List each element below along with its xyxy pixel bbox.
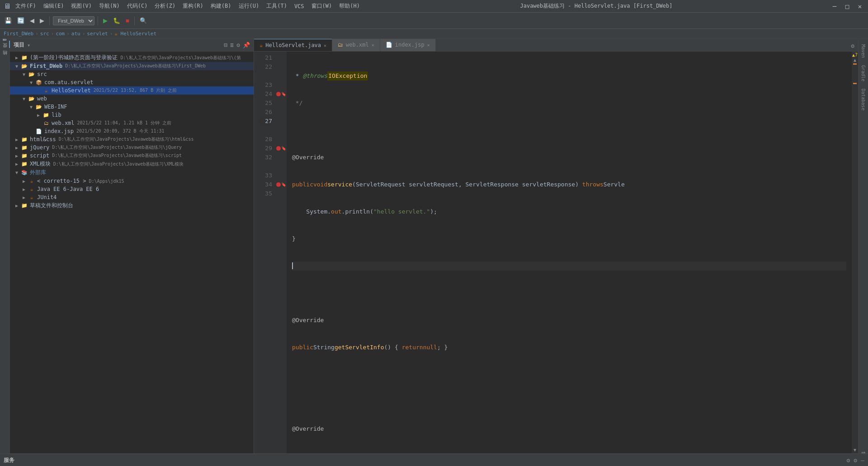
right-tabs-panel: Maven Gradle Database 通知	[858, 39, 868, 453]
tree-item-script[interactable]: ▶ 📁 script D:\私人工作空间\JavaProjects\Javawe…	[10, 152, 254, 160]
sync-button[interactable]: 🔄	[15, 16, 26, 25]
left-tab-project[interactable]: 项目	[0, 41, 10, 48]
bc-root[interactable]: First_DWeb	[4, 31, 33, 37]
right-tab-notifications[interactable]: 通知	[859, 444, 868, 452]
scroll-down[interactable]: ▼	[854, 447, 856, 452]
stop-button[interactable]: ■	[124, 16, 131, 25]
breadcrumb: First_DWeb › src › com › atu › servlet ›…	[0, 29, 868, 39]
app-icon: 🖥	[4, 2, 11, 10]
tree-item-corretto[interactable]: ▶ ☕ < corretto-15 > D:\Apps\jdk15	[10, 177, 254, 185]
bc-src[interactable]: src	[40, 31, 49, 37]
editor-content[interactable]: 21 22 23 24 25 26 27 28 29 32 33 34 35	[254, 52, 858, 453]
code-body[interactable]: * @throws IOException */ @Override publi…	[287, 52, 852, 453]
left-tabs-panel: 项目 提交 结构	[0, 39, 10, 453]
menu-view[interactable]: 视图(V)	[68, 2, 94, 10]
javaee-icon: ☕	[28, 185, 35, 193]
sidebar-collapse-all[interactable]: ⊟	[224, 42, 228, 48]
scroll-up[interactable]: ▲	[854, 57, 856, 62]
tree-item-src[interactable]: ▼ 📂 src	[10, 70, 254, 78]
back-button[interactable]: ◀	[28, 16, 36, 25]
gutter-24[interactable]: 🔖	[276, 90, 286, 99]
code-line-21: * @throws IOException	[292, 71, 846, 81]
menu-refactor[interactable]: 重构(R)	[180, 2, 206, 10]
tree-item-junit4[interactable]: ▶ ☕ JUnit4	[10, 193, 254, 201]
search-everywhere-button[interactable]: 🔍	[138, 16, 149, 25]
menu-help[interactable]: 帮助(H)	[336, 2, 363, 10]
menu-analyze[interactable]: 分析(Z)	[152, 2, 178, 10]
run-button[interactable]: ▶	[101, 16, 109, 25]
code-line-33a	[292, 397, 846, 406]
tree-item-lib[interactable]: ▶ 📁 lib	[10, 111, 254, 119]
code-line-23	[292, 126, 846, 135]
bc-file: ☕ HelloServlet	[114, 31, 156, 37]
tab-java-icon: ☕	[259, 42, 263, 48]
right-tab-maven[interactable]: Maven	[859, 41, 867, 62]
tree-item-root-project1[interactable]: ▶ 📁 (第一阶段)书城静态页面与登录验证 D:\私人工作空间\JavaProj…	[10, 53, 254, 62]
left-tab-structure[interactable]: 结构	[0, 55, 9, 62]
bottom-panel: 服务 ⚙ ⚙ — 执行 信息 ▶ 🐛 ■ 🔄 🔍 + ▼	[0, 453, 868, 466]
tree-item-first-dweb[interactable]: ▼ 📂 First_DWeb D:\私人工作空间\JavaProjects\Ja…	[10, 62, 254, 70]
menu-file[interactable]: 文件(F)	[13, 2, 39, 10]
debug-button[interactable]: 🐛	[111, 16, 122, 25]
code-line-24: public void service(ServletRequest servl…	[292, 180, 846, 189]
gutter-29[interactable]: 🔖	[276, 144, 286, 153]
tab-webxml-close[interactable]: ✕	[372, 43, 374, 48]
tree-item-web[interactable]: ▼ 📂 web	[10, 95, 254, 103]
tab-helloservlet-close[interactable]: ✕	[324, 43, 326, 48]
bc-atu[interactable]: atu	[71, 31, 80, 37]
junit-icon: ☕	[28, 194, 35, 201]
tab-indexjsp-close[interactable]: ✕	[427, 43, 430, 48]
bottom-panel-gear[interactable]: ⚙	[854, 457, 857, 464]
tree-item-webxml[interactable]: 🗂 web.xml 2021/5/22 11:04, 1.21 kB 1 分钟 …	[10, 119, 254, 127]
minimize-button[interactable]: ─	[830, 3, 839, 10]
menu-tools[interactable]: 工具(T)	[264, 2, 290, 10]
sidebar-more[interactable]: ⚙	[236, 42, 240, 48]
tree-item-com-atu-servlet[interactable]: ▼ 📦 com.atu.servlet	[10, 78, 254, 86]
menu-window[interactable]: 窗口(W)	[309, 2, 335, 10]
tab-webxml[interactable]: 🗂 web.xml ✕	[332, 39, 380, 51]
bottom-panel-header: 服务 ⚙ ⚙ —	[0, 454, 868, 466]
gutter-34[interactable]: 🔖	[276, 180, 286, 189]
sidebar-settings[interactable]: ≡	[230, 42, 234, 48]
jdk-icon: ☕	[28, 177, 35, 185]
editor-tab-bar: ☕ HelloServlet.java ✕ 🗂 web.xml ✕ 📄 inde…	[254, 39, 858, 52]
tab-helloservlet[interactable]: ☕ HelloServlet.java ✕	[254, 39, 332, 51]
save-button[interactable]: 💾	[3, 16, 14, 25]
tree-item-webinf[interactable]: ▼ 📂 WEB-INF	[10, 103, 254, 111]
menu-code[interactable]: 代码(C)	[124, 2, 151, 10]
gutter-scroll-area	[853, 62, 857, 447]
editor-area: ☕ HelloServlet.java ✕ 🗂 web.xml ✕ 📄 inde…	[254, 39, 858, 453]
tree-item-scratch[interactable]: ▶ 📁 草稿文件和控制台	[10, 201, 254, 210]
tab-indexjsp[interactable]: 📄 index.jsp ✕	[380, 39, 436, 51]
tree-item-helloservlet[interactable]: ☕ HelloServlet 2021/5/22 13:52, 867 B 片刻…	[10, 86, 254, 95]
close-button[interactable]: ✕	[855, 3, 864, 10]
project-selector[interactable]: First_DWeb	[53, 16, 94, 25]
tree-item-jquery[interactable]: ▶ 📁 jQuery D:\私人工作空间\JavaProjects\Javawe…	[10, 143, 254, 152]
sidebar-dropdown[interactable]: ▾	[27, 42, 30, 48]
bc-com[interactable]: com	[56, 31, 65, 37]
bc-servlet[interactable]: servlet	[87, 31, 108, 37]
sidebar-pin[interactable]: 📌	[243, 42, 250, 48]
editor-settings-icon[interactable]: ⚙	[847, 41, 858, 51]
tree-item-javaee[interactable]: ▶ ☕ Java EE 6-Java EE 6	[10, 185, 254, 193]
xml-file-icon: 🗂	[42, 119, 50, 127]
maximize-button[interactable]: □	[843, 3, 852, 10]
menu-nav[interactable]: 导航(N)	[96, 2, 123, 10]
bottom-panel-minimize[interactable]: —	[861, 457, 864, 464]
tree-item-xmlmodule[interactable]: ▶ 📁 XML模块 D:\私人工作空间\JavaProjects\Javaweb…	[10, 160, 254, 168]
right-tab-database[interactable]: Database	[859, 85, 867, 114]
tree-item-indexjsp[interactable]: 📄 index.jsp 2021/5/20 20:09, 372 B 今天 11…	[10, 127, 254, 135]
bottom-panel-settings[interactable]: ⚙	[847, 457, 850, 464]
menu-run[interactable]: 运行(U)	[236, 2, 262, 10]
bookmark-29: 🔖	[281, 144, 286, 153]
forward-button[interactable]: ▶	[38, 16, 46, 25]
tree-item-external-libs[interactable]: ▼ 📚 外部库	[10, 168, 254, 177]
tree-item-htmlcss[interactable]: ▶ 📁 html&css D:\私人工作空间\JavaProjects\Java…	[10, 135, 254, 143]
code-line-26: }	[292, 234, 846, 243]
sidebar-title: 项目	[14, 41, 24, 49]
right-tab-gradle[interactable]: Gradle	[859, 62, 867, 85]
menu-build[interactable]: 构建(B)	[208, 2, 234, 10]
left-tab-commit[interactable]: 提交	[0, 48, 9, 55]
menu-vcs[interactable]: VCS	[292, 3, 307, 10]
menu-edit[interactable]: 编辑(E)	[41, 2, 67, 10]
